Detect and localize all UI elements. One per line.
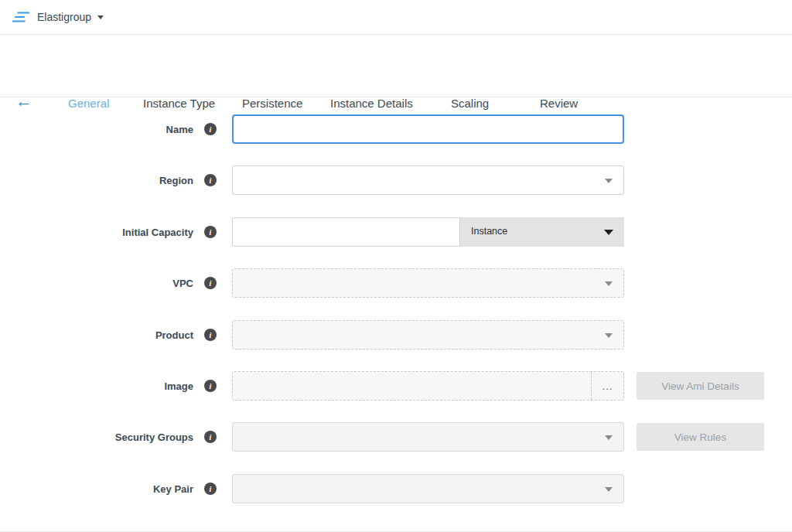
info-icon[interactable]: i <box>204 483 217 495</box>
view-ami-details-button[interactable]: View Ami Details <box>637 372 764 400</box>
chevron-down-icon <box>605 281 613 286</box>
chevron-down-icon <box>605 179 613 183</box>
elastigroup-product-switcher[interactable]: Elastigroup <box>12 11 104 24</box>
name-input[interactable] <box>232 114 624 144</box>
region-select[interactable] <box>232 165 624 195</box>
info-icon[interactable]: i <box>204 277 217 289</box>
field-row-region: Region i <box>0 165 792 195</box>
view-rules-button[interactable]: View Rules <box>637 423 764 451</box>
vpc-label: VPC <box>0 268 193 298</box>
region-label: Region <box>0 165 193 195</box>
info-icon[interactable]: i <box>204 226 217 238</box>
field-row-security-groups: Security Groups i View Rules <box>0 422 792 452</box>
key-pair-label: Key Pair <box>0 474 193 503</box>
image-value <box>233 372 591 400</box>
image-field: ... <box>232 371 624 401</box>
info-icon[interactable]: i <box>204 174 217 186</box>
chevron-down-icon <box>97 15 104 19</box>
product-label: Product <box>0 320 193 350</box>
wizard-tab-bar: ← General Instance Type Persistence Inst… <box>0 36 792 97</box>
chevron-down-icon <box>605 333 613 338</box>
security-groups-label: Security Groups <box>0 422 193 452</box>
elastigroup-wizard-page: { "header": { "app_name": "Elastigroup" … <box>0 0 792 532</box>
elastigroup-logo-icon <box>12 11 29 24</box>
field-row-name: Name i <box>0 114 792 144</box>
security-groups-select[interactable] <box>232 422 624 452</box>
info-icon[interactable]: i <box>204 329 217 341</box>
product-select <box>232 320 624 350</box>
chevron-down-icon <box>605 435 613 440</box>
initial-capacity-input[interactable] <box>232 217 460 247</box>
vpc-select <box>232 268 624 298</box>
field-row-key-pair: Key Pair i <box>0 474 792 503</box>
field-row-product: Product i <box>0 320 792 350</box>
info-icon[interactable]: i <box>204 431 217 443</box>
image-label: Image <box>0 371 193 401</box>
chevron-down-icon <box>604 230 613 235</box>
info-icon[interactable]: i <box>204 123 217 135</box>
field-row-initial-capacity: Initial Capacity i Instance <box>0 217 792 247</box>
product-name: Elastigroup <box>37 11 91 23</box>
general-settings-form: Name i Region i Initial Capacity i Insta… <box>0 97 792 532</box>
top-bar: Elastigroup <box>0 0 792 35</box>
info-icon[interactable]: i <box>204 380 217 392</box>
image-browse-button[interactable]: ... <box>591 372 623 400</box>
chevron-down-icon <box>605 487 613 492</box>
name-label: Name <box>0 114 193 144</box>
key-pair-select[interactable] <box>232 474 624 503</box>
initial-capacity-label: Initial Capacity <box>0 217 193 247</box>
field-row-image: Image i ... View Ami Details <box>0 371 792 401</box>
capacity-unit-value: Instance <box>471 226 507 237</box>
capacity-unit-select[interactable]: Instance <box>460 217 624 247</box>
field-row-vpc: VPC i <box>0 268 792 298</box>
